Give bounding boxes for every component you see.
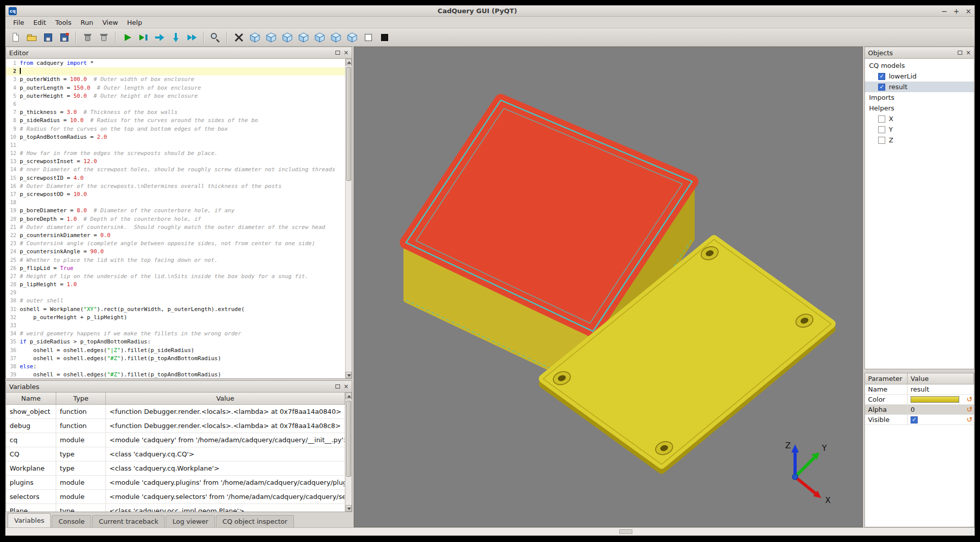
delete-all-button[interactable] xyxy=(96,30,111,45)
variables-scrollbar-thumb[interactable] xyxy=(346,401,351,477)
title-bar[interactable]: cq CadQuery GUI (PyQT) − + × xyxy=(6,6,974,17)
variables-header-cell[interactable]: Type xyxy=(56,393,106,405)
editor-close-icon[interactable]: × xyxy=(344,50,349,55)
view-iso-button[interactable] xyxy=(247,30,262,45)
reset-icon[interactable]: ↺ xyxy=(966,415,972,424)
code-line-11[interactable]: 11 xyxy=(6,141,345,149)
code-line-27[interactable]: 27# Height of lip on the underside of th… xyxy=(6,273,345,281)
code-line-1[interactable]: 1from cadquery import * xyxy=(6,59,345,67)
variables-scrollbar[interactable] xyxy=(345,393,352,512)
tree-item-x[interactable]: X xyxy=(865,113,974,124)
menu-run[interactable]: Run xyxy=(76,17,98,28)
fit-all-button[interactable] xyxy=(231,30,246,45)
color-swatch[interactable] xyxy=(911,396,959,403)
step-into-button[interactable] xyxy=(168,30,183,45)
code-line-14[interactable]: 14# nner Diameter of the screwpost holes… xyxy=(6,166,345,174)
tree-item-y[interactable]: Y xyxy=(865,124,974,135)
code-line-4[interactable]: 4p_outerLength = 150.0 # Outer length of… xyxy=(6,84,345,92)
debug-button[interactable] xyxy=(136,30,151,45)
tab-log-viewer[interactable]: Log viewer xyxy=(166,515,215,527)
code-line-24[interactable]: 24p_countersinkAngle = 90.0 xyxy=(6,248,345,256)
code-line-31[interactable]: 31oshell = Workplane("XY").rect(p_outerW… xyxy=(6,305,345,314)
tab-current-traceback[interactable]: Current traceback xyxy=(92,515,165,527)
zoom-button[interactable] xyxy=(208,30,223,45)
minimize-button[interactable]: − xyxy=(941,8,948,15)
variables-close-icon[interactable]: × xyxy=(344,384,349,389)
tab-console[interactable]: Console xyxy=(52,515,91,527)
save-as-button[interactable] xyxy=(57,30,72,45)
checkbox[interactable]: ✓ xyxy=(878,73,885,80)
delete-button[interactable] xyxy=(80,30,95,45)
menu-file[interactable]: File xyxy=(9,17,29,28)
view-top-button[interactable] xyxy=(328,30,344,45)
code-line-5[interactable]: 5p_outerHeight = 50.0 # Outer height of … xyxy=(6,92,345,100)
code-line-10[interactable]: 10p_topAndBottomRadius = 2.0 xyxy=(6,133,345,141)
param-value[interactable]: ✓ xyxy=(908,415,974,424)
editor-scrollbar[interactable] xyxy=(345,59,352,378)
render-button[interactable] xyxy=(120,30,135,45)
checkbox[interactable] xyxy=(878,126,885,133)
code-line-34[interactable]: 34# weird geometry happens if we make th… xyxy=(6,330,345,338)
reset-icon[interactable]: ↺ xyxy=(966,405,972,414)
scroll-up-icon[interactable] xyxy=(346,59,352,65)
checkbox[interactable] xyxy=(878,115,885,123)
code-line-36[interactable]: 36 oshell = oshell.edges("|Z").fillet(p_… xyxy=(6,346,345,355)
code-line-20[interactable]: 20p_boreDepth = 1.0 # Depth of the count… xyxy=(6,215,345,223)
code-editor[interactable]: 1from cadquery import *23p_outerWidth = … xyxy=(6,59,352,378)
menu-tools[interactable]: Tools xyxy=(51,17,76,28)
code-line-21[interactable]: 21# Outer diameter of countersink. Shoul… xyxy=(6,223,345,231)
variables-float-icon[interactable] xyxy=(335,384,340,389)
tree-item-result[interactable]: ✓result xyxy=(865,82,974,92)
wireframe-button[interactable] xyxy=(361,30,376,45)
dock-resize-grip[interactable] xyxy=(619,529,632,534)
code-line-33[interactable]: 33 xyxy=(6,322,345,330)
tab-cq-object-inspector[interactable]: CQ object inspector xyxy=(216,515,294,527)
shaded-button[interactable] xyxy=(377,30,392,45)
tree-item-lowerlid[interactable]: ✓lowerLid xyxy=(865,71,974,82)
view-front-button[interactable] xyxy=(263,30,279,45)
code-line-35[interactable]: 35if p_sideRadius > p_topAndBottomRadius… xyxy=(6,338,345,346)
code-line-32[interactable]: 32 p_outerHeight + p_lipHeight) xyxy=(6,314,345,322)
table-row[interactable]: pluginsmodule<module 'cadquery.plugins' … xyxy=(6,476,345,490)
code-line-28[interactable]: 28p_lipHeight = 1.0 xyxy=(6,281,345,289)
menu-help[interactable]: Help xyxy=(123,17,147,28)
variables-scroll-up-icon[interactable] xyxy=(346,393,352,399)
code-line-3[interactable]: 3p_outerWidth = 100.0 # Outer width of b… xyxy=(6,75,345,84)
tree-group-cq-models[interactable]: CQ models xyxy=(865,60,974,71)
code-line-37[interactable]: 37 oshell = oshell.edges("#Z").fillet(p_… xyxy=(6,355,345,363)
viewport-3d[interactable]: Z Y X xyxy=(354,47,863,527)
param-value[interactable] xyxy=(908,395,974,404)
open-file-button[interactable] xyxy=(24,30,40,45)
table-row[interactable]: debugfunction<function Debugger.render.<… xyxy=(6,419,345,433)
visible-checkbox[interactable]: ✓ xyxy=(911,416,918,423)
view-bottom-button[interactable] xyxy=(345,30,360,45)
reset-icon[interactable]: ↺ xyxy=(966,395,972,404)
code-line-6[interactable]: 6 xyxy=(6,100,345,108)
variables-scroll-down-icon[interactable] xyxy=(346,505,352,512)
menu-view[interactable]: View xyxy=(98,17,123,28)
table-row[interactable]: show_objectfunction<function Debugger.re… xyxy=(6,405,345,419)
code-line-17[interactable]: 17p_screwpostOD = 10.0 xyxy=(6,190,345,199)
tree-group-helpers[interactable]: Helpers xyxy=(865,103,974,113)
checkbox[interactable]: ✓ xyxy=(878,84,885,91)
variables-header-cell[interactable]: Value xyxy=(106,393,345,405)
code-line-9[interactable]: 9# Radius for the curves on the top and … xyxy=(6,125,345,133)
code-line-38[interactable]: 38else: xyxy=(6,363,345,371)
code-line-8[interactable]: 8p_sideRadius = 10.0 # Radius for the cu… xyxy=(6,117,345,125)
table-row[interactable]: CQtype<class 'cadquery.cq.CQ'> xyxy=(6,447,345,461)
table-row[interactable]: Planetype<class 'cadquery.occ_impl.geom.… xyxy=(6,504,345,512)
menu-edit[interactable]: Edit xyxy=(29,17,51,28)
code-line-22[interactable]: 22p_countersinkDiameter = 0.0 xyxy=(6,231,345,240)
table-row[interactable]: Workplanetype<class 'cadquery.cq.Workpla… xyxy=(6,461,345,476)
code-line-30[interactable]: 30# outer shell xyxy=(6,297,345,305)
close-button[interactable]: × xyxy=(965,8,971,15)
code-line-39[interactable]: 39 oshell = oshell.edges("#Z").fillet(p_… xyxy=(6,371,345,378)
code-line-16[interactable]: 16# Outer Diameter of the screwposts.\nD… xyxy=(6,182,345,190)
objects-dock-header[interactable]: Objects × xyxy=(865,47,974,59)
variables-dock-header[interactable]: Variables × xyxy=(6,381,352,393)
parameter-header-cell[interactable]: Parameter xyxy=(865,373,908,384)
code-line-7[interactable]: 7p_thickness = 3.0 # Thickness of the bo… xyxy=(6,108,345,117)
code-line-25[interactable]: 25# Whether to place the lid with the to… xyxy=(6,256,345,264)
step-button[interactable] xyxy=(152,30,167,45)
checkbox[interactable] xyxy=(878,137,885,144)
